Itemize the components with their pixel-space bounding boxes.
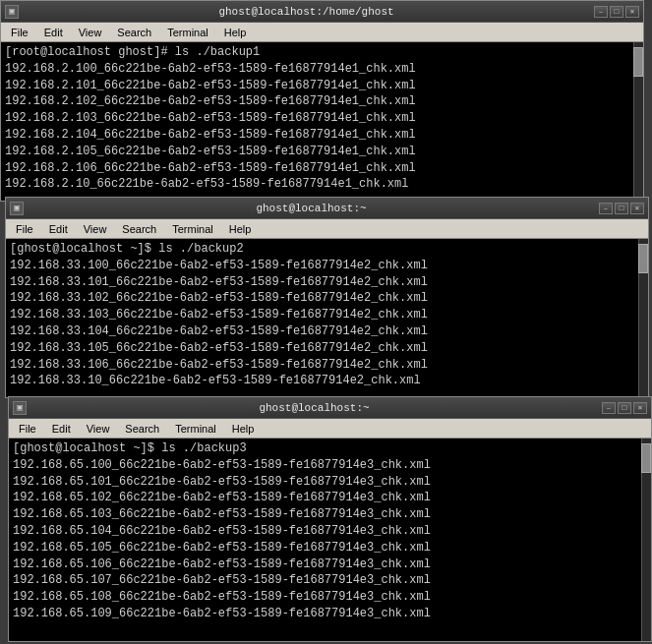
menu-view-1[interactable]: View bbox=[71, 26, 110, 39]
menu-search-3[interactable]: Search bbox=[117, 422, 167, 436]
menu-file-2[interactable]: File bbox=[8, 222, 41, 236]
window-controls-1: – □ ✕ bbox=[594, 6, 639, 18]
close-btn-1[interactable]: ✕ bbox=[625, 6, 639, 18]
line-1-5: 192.168.2.104_66c221be-6ab2-ef53-1589-fe… bbox=[5, 127, 639, 144]
line-2-6: 192.168.33.105_66c221be-6ab2-ef53-1589-f… bbox=[10, 340, 644, 357]
maximize-btn-1[interactable]: □ bbox=[610, 6, 623, 18]
menu-search-1[interactable]: Search bbox=[109, 26, 159, 39]
line-3-9: 192.168.65.108_66c221be-6ab2-ef53-1589-f… bbox=[13, 589, 647, 606]
window-title-2: ghost@localhost:~ bbox=[24, 203, 599, 214]
menu-help-3[interactable]: Help bbox=[224, 422, 263, 436]
menu-search-2[interactable]: Search bbox=[114, 222, 164, 236]
scrollbar-thumb-2[interactable] bbox=[638, 244, 648, 273]
menu-edit-2[interactable]: Edit bbox=[41, 222, 76, 236]
window-title-3: ghost@localhost:~ bbox=[27, 402, 602, 414]
scrollbar-thumb-3[interactable] bbox=[641, 443, 651, 473]
line-3-7: 192.168.65.106_66c221be-6ab2-ef53-1589-f… bbox=[13, 556, 647, 573]
menu-bar-1: File Edit View Search Terminal Help bbox=[1, 23, 643, 42]
menu-bar-2: File Edit View Search Terminal Help bbox=[6, 219, 648, 239]
menu-help-2[interactable]: Help bbox=[221, 222, 260, 236]
line-2-5: 192.168.33.104_66c221be-6ab2-ef53-1589-f… bbox=[10, 323, 644, 340]
menu-help-1[interactable]: Help bbox=[216, 26, 255, 39]
terminal-window-1[interactable]: ▣ ghost@localhost:/home/ghost – □ ✕ File… bbox=[0, 0, 644, 202]
line-1-4: 192.168.2.103_66c221be-6ab2-ef53-1589-fe… bbox=[5, 110, 639, 127]
menu-edit-3[interactable]: Edit bbox=[44, 422, 79, 436]
menu-edit-1[interactable]: Edit bbox=[36, 26, 71, 39]
menu-terminal-3[interactable]: Terminal bbox=[167, 422, 224, 436]
close-btn-2[interactable]: ✕ bbox=[630, 203, 644, 214]
line-3-3: 192.168.65.102_66c221be-6ab2-ef53-1589-f… bbox=[13, 490, 647, 506]
line-2-2: 192.168.33.101_66c221be-6ab2-ef53-1589-f… bbox=[10, 274, 644, 291]
line-3-2: 192.168.65.101_66c221be-6ab2-ef53-1589-f… bbox=[13, 474, 647, 491]
line-1-8: 192.168.2.10_66c221be-6ab2-ef53-1589-fe1… bbox=[5, 176, 639, 193]
window-controls-3: – □ ✕ bbox=[602, 402, 647, 414]
line-2-0: [ghost@localhost ~]$ ls ./backup2 bbox=[10, 241, 644, 258]
terminal-body-3[interactable]: [ghost@localhost ~]$ ls ./backup3 192.16… bbox=[9, 439, 651, 641]
line-3-10: 192.168.65.109_66c221be-6ab2-ef53-1589-f… bbox=[13, 606, 647, 622]
title-bar-1: ▣ ghost@localhost:/home/ghost – □ ✕ bbox=[1, 1, 643, 23]
minimize-btn-2[interactable]: – bbox=[599, 203, 613, 214]
line-2-8: 192.168.33.10_66c221be-6ab2-ef53-1589-fe… bbox=[10, 373, 644, 389]
title-bar-2: ▣ ghost@localhost:~ – □ ✕ bbox=[6, 198, 648, 219]
line-3-1: 192.168.65.100_66c221be-6ab2-ef53-1589-f… bbox=[13, 457, 647, 474]
scrollbar-thumb-1[interactable] bbox=[633, 47, 643, 77]
scrollbar-2[interactable] bbox=[638, 239, 648, 397]
menu-terminal-1[interactable]: Terminal bbox=[159, 26, 216, 39]
terminal-icon-3: ▣ bbox=[13, 401, 27, 415]
line-3-6: 192.168.65.105_66c221be-6ab2-ef53-1589-f… bbox=[13, 540, 647, 556]
line-1-2: 192.168.2.101_66c221be-6ab2-ef53-1589-fe… bbox=[5, 78, 639, 94]
maximize-btn-3[interactable]: □ bbox=[618, 402, 631, 414]
terminal-icon-1: ▣ bbox=[5, 5, 19, 19]
line-3-5: 192.168.65.104_66c221be-6ab2-ef53-1589-f… bbox=[13, 523, 647, 540]
terminal-body-1[interactable]: [root@localhost ghost]# ls ./backup1 192… bbox=[1, 42, 643, 201]
close-btn-3[interactable]: ✕ bbox=[633, 402, 647, 414]
line-2-7: 192.168.33.106_66c221be-6ab2-ef53-1589-f… bbox=[10, 357, 644, 374]
scrollbar-3[interactable] bbox=[641, 439, 651, 641]
menu-bar-3: File Edit View Search Terminal Help bbox=[9, 419, 651, 439]
line-2-1: 192.168.33.100_66c221be-6ab2-ef53-1589-f… bbox=[10, 258, 644, 274]
minimize-btn-3[interactable]: – bbox=[602, 402, 616, 414]
menu-file-3[interactable]: File bbox=[11, 422, 44, 436]
line-2-3: 192.168.33.102_66c221be-6ab2-ef53-1589-f… bbox=[10, 290, 644, 307]
title-bar-3: ▣ ghost@localhost:~ – □ ✕ bbox=[9, 397, 651, 419]
menu-file-1[interactable]: File bbox=[3, 26, 36, 39]
line-1-1: 192.168.2.100_66c221be-6ab2-ef53-1589-fe… bbox=[5, 61, 639, 78]
window-title-1: ghost@localhost:/home/ghost bbox=[19, 6, 594, 18]
menu-terminal-2[interactable]: Terminal bbox=[164, 222, 221, 236]
terminal-window-2[interactable]: ▣ ghost@localhost:~ – □ ✕ File Edit View… bbox=[5, 197, 649, 398]
line-3-8: 192.168.65.107_66c221be-6ab2-ef53-1589-f… bbox=[13, 572, 647, 589]
window-controls-2: – □ ✕ bbox=[599, 203, 644, 214]
line-1-3: 192.168.2.102_66c221be-6ab2-ef53-1589-fe… bbox=[5, 93, 639, 110]
maximize-btn-2[interactable]: □ bbox=[615, 203, 628, 214]
line-1-7: 192.168.2.106_66c221be-6ab2-ef53-1589-fe… bbox=[5, 160, 639, 177]
line-2-4: 192.168.33.103_66c221be-6ab2-ef53-1589-f… bbox=[10, 307, 644, 323]
line-1-6: 192.168.2.105_66c221be-6ab2-ef53-1589-fe… bbox=[5, 144, 639, 160]
minimize-btn-1[interactable]: – bbox=[594, 6, 608, 18]
terminal-icon-2: ▣ bbox=[10, 202, 24, 215]
menu-view-3[interactable]: View bbox=[79, 422, 118, 436]
line-1-0: [root@localhost ghost]# ls ./backup1 bbox=[5, 44, 639, 61]
terminal-body-2[interactable]: [ghost@localhost ~]$ ls ./backup2 192.16… bbox=[6, 239, 648, 397]
terminal-window-3[interactable]: ▣ ghost@localhost:~ – □ ✕ File Edit View… bbox=[8, 396, 652, 642]
scrollbar-1[interactable] bbox=[633, 42, 643, 201]
menu-view-2[interactable]: View bbox=[76, 222, 115, 236]
line-3-0: [ghost@localhost ~]$ ls ./backup3 bbox=[13, 440, 647, 457]
line-3-4: 192.168.65.103_66c221be-6ab2-ef53-1589-f… bbox=[13, 506, 647, 523]
